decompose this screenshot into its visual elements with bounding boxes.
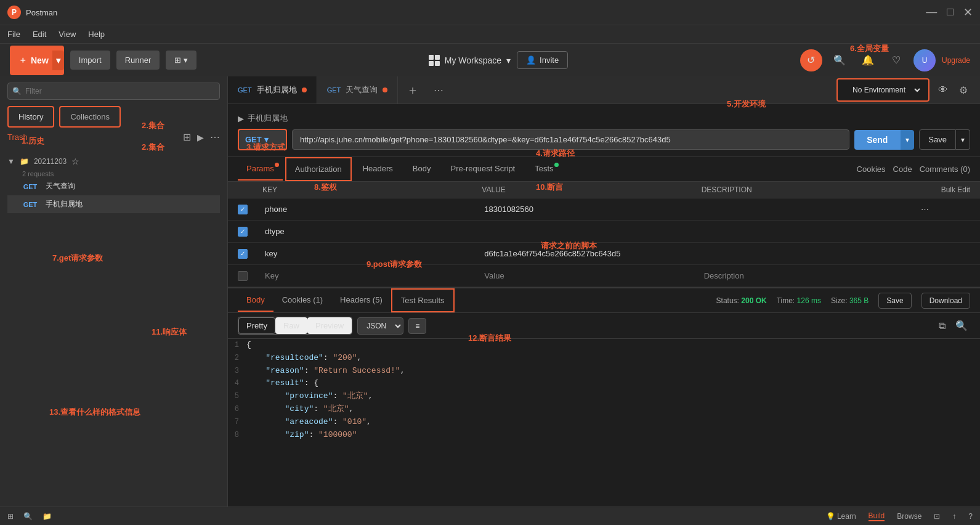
pretty-button[interactable]: Pretty xyxy=(238,317,275,334)
heart-icon[interactable]: ♡ xyxy=(885,49,907,71)
more-icon[interactable]: ⋯ xyxy=(921,205,929,214)
tab-dot xyxy=(302,88,307,92)
row4-desc[interactable]: Description xyxy=(702,267,921,284)
upload-icon[interactable]: ↑ xyxy=(952,512,956,521)
maximize-button[interactable]: □ xyxy=(947,6,954,19)
expand-icon[interactable]: ▶ xyxy=(197,132,204,142)
col-bulk[interactable]: Bulk Edit xyxy=(921,185,970,194)
checkbox-4[interactable] xyxy=(238,271,248,281)
runner-button[interactable]: Runner xyxy=(116,51,160,70)
send-dropdown-button[interactable]: ▾ xyxy=(900,130,914,150)
find-in-response-button[interactable]: 🔍 xyxy=(953,317,970,334)
row2-check[interactable]: ✓ xyxy=(238,227,262,237)
environment-select[interactable]: No Environment xyxy=(844,82,922,98)
row3-desc[interactable] xyxy=(702,250,921,258)
request-item-mobile[interactable]: GET 手机归属地 xyxy=(7,195,220,213)
menu-edit[interactable]: Edit xyxy=(33,30,46,39)
row4-check[interactable] xyxy=(238,271,262,281)
response-tab-headers[interactable]: Headers (5) xyxy=(331,289,391,312)
checkbox-3[interactable]: ✓ xyxy=(238,249,248,259)
col-key: KEY xyxy=(262,185,482,194)
request-item-weather[interactable]: GET 天气查询 xyxy=(7,177,220,195)
search-status-button[interactable]: 🔍 xyxy=(23,512,33,521)
code-link[interactable]: Code xyxy=(893,165,912,174)
response-tab-body[interactable]: Body xyxy=(238,289,273,312)
row2-key[interactable]: dtype xyxy=(262,223,482,240)
tab-weather[interactable]: GET 天气查询 xyxy=(317,76,399,104)
checkbox-1[interactable]: ✓ xyxy=(238,205,248,214)
two-pane-icon[interactable]: ⊡ xyxy=(934,512,940,521)
new-button[interactable]: ＋ New ▾ xyxy=(10,46,64,75)
row4-value[interactable]: Value xyxy=(482,267,701,284)
tab-mobile[interactable]: GET 手机归属地 xyxy=(228,76,317,104)
wrap-button[interactable]: ≡ xyxy=(408,318,426,334)
collection-status-button[interactable]: 📁 xyxy=(43,512,52,521)
menu-view[interactable]: View xyxy=(59,30,76,39)
response-tab-cookies[interactable]: Cookies (1) xyxy=(273,289,331,312)
row1-check[interactable]: ✓ xyxy=(238,205,262,214)
checkbox-2[interactable]: ✓ xyxy=(238,227,248,237)
upgrade-label[interactable]: Upgrade xyxy=(942,56,970,65)
cookies-link[interactable]: Cookies xyxy=(857,165,886,174)
new-collection-icon[interactable]: ⊞ xyxy=(183,131,191,143)
titlebar-controls[interactable]: — □ ✕ xyxy=(926,6,973,19)
params-tab-params[interactable]: Params xyxy=(238,158,283,181)
help-icon[interactable]: ? xyxy=(968,512,973,521)
raw-button[interactable]: Raw xyxy=(275,317,307,334)
layout-button[interactable]: ⊞ ▾ xyxy=(166,51,196,70)
url-input[interactable] xyxy=(292,129,849,150)
tab-more-button[interactable]: ⋯ xyxy=(427,84,450,96)
download-button[interactable]: Download xyxy=(921,293,970,309)
search-input[interactable] xyxy=(7,83,220,100)
build-button[interactable]: Build xyxy=(869,511,885,521)
format-select[interactable]: JSON XML HTML xyxy=(357,317,403,335)
import-button[interactable]: Import xyxy=(70,51,110,70)
learn-button[interactable]: 💡 Learn xyxy=(826,512,856,521)
close-button[interactable]: ✕ xyxy=(963,6,973,19)
history-tab[interactable]: History xyxy=(7,106,54,128)
save-response-button[interactable]: Save xyxy=(878,293,911,309)
save-button[interactable]: Save xyxy=(919,129,956,150)
more-options-icon[interactable]: ⋯ xyxy=(210,131,220,143)
browse-button[interactable]: Browse xyxy=(897,512,921,521)
preview-button[interactable]: Preview xyxy=(307,317,352,334)
workspace-button[interactable]: My Workspace ▾ xyxy=(429,55,511,66)
row3-value[interactable]: d6fc1a1e46f754c5e266c8527bc643d5 xyxy=(482,245,701,262)
invite-button[interactable]: 👤 Invite xyxy=(517,51,568,69)
row2-desc[interactable] xyxy=(702,228,921,235)
send-button[interactable]: Send xyxy=(854,130,900,150)
comments-link[interactable]: Comments (0) xyxy=(920,165,970,174)
trash-link[interactable]: Trash xyxy=(7,132,28,142)
params-tab-tests[interactable]: Tests xyxy=(526,158,562,181)
sync-button[interactable]: ↺ xyxy=(800,49,822,71)
tab-add-button[interactable]: ＋ xyxy=(398,82,427,99)
notification-bell[interactable]: 🔔 xyxy=(857,49,879,71)
sidebar-toggle-button[interactable]: ⊞ xyxy=(7,512,14,521)
params-tab-auth[interactable]: Authorization xyxy=(285,157,352,181)
eye-button[interactable]: 👁 xyxy=(936,82,950,98)
response-tab-test-results[interactable]: Test Results xyxy=(391,288,455,312)
params-tab-headers[interactable]: Headers xyxy=(354,158,402,181)
minimize-button[interactable]: — xyxy=(926,6,937,19)
row1-value[interactable]: 18301082560 xyxy=(482,201,701,218)
row2-value[interactable] xyxy=(482,228,701,235)
row1-key[interactable]: phone xyxy=(262,201,482,218)
params-tab-prescript[interactable]: Pre-request Script xyxy=(442,158,524,181)
row3-key[interactable]: key xyxy=(262,245,482,262)
new-dropdown-arrow[interactable]: ▾ xyxy=(52,51,64,70)
find-button[interactable]: 🔍 xyxy=(828,49,851,71)
save-dropdown-button[interactable]: ▾ xyxy=(956,129,970,150)
avatar[interactable]: U xyxy=(913,49,936,71)
row4-key[interactable]: Key xyxy=(262,267,482,284)
row1-desc[interactable] xyxy=(702,206,921,213)
row3-check[interactable]: ✓ xyxy=(238,249,262,259)
copy-button[interactable]: ⧉ xyxy=(936,317,948,334)
star-icon[interactable]: ☆ xyxy=(71,157,79,166)
method-select[interactable]: GET ▾ xyxy=(238,129,287,150)
collections-tab[interactable]: Collections xyxy=(59,106,121,128)
settings-button[interactable]: ⚙ xyxy=(957,82,970,99)
menu-help[interactable]: Help xyxy=(88,30,105,39)
menu-file[interactable]: File xyxy=(7,30,20,39)
params-tab-body[interactable]: Body xyxy=(404,158,440,181)
date-label[interactable]: ▼ 📁 20211203 ☆ xyxy=(7,154,220,169)
